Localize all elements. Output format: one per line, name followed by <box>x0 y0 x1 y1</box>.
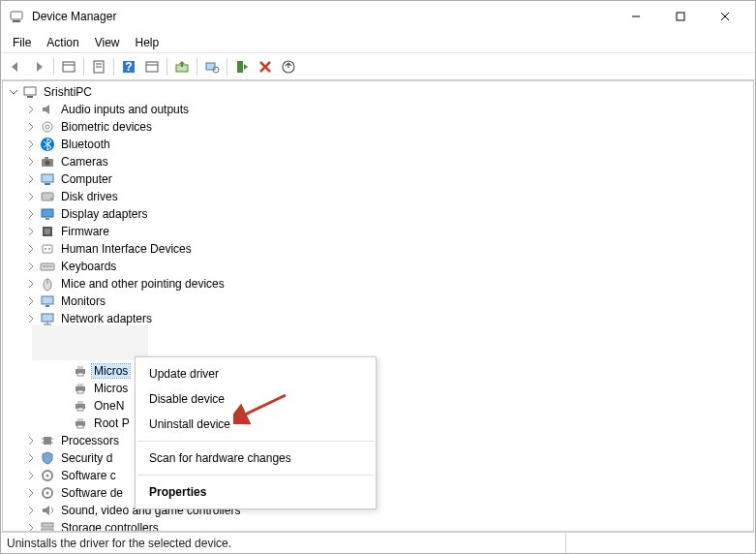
chevron-right-icon[interactable] <box>24 155 38 169</box>
tree-category[interactable]: Bluetooth <box>3 136 753 153</box>
tree-category[interactable]: Software c <box>3 467 753 484</box>
chevron-right-icon[interactable] <box>24 312 38 325</box>
app-icon <box>9 9 24 24</box>
chevron-right-icon[interactable] <box>24 277 38 291</box>
svg-rect-6 <box>63 62 75 72</box>
chevron-right-icon[interactable] <box>24 469 38 482</box>
tree-category[interactable]: Audio inputs and outputs <box>3 101 753 118</box>
back-button[interactable] <box>5 56 26 77</box>
display-icon <box>40 206 55 222</box>
chevron-right-icon[interactable] <box>24 225 38 238</box>
tree-device[interactable]: Micros <box>3 380 753 397</box>
svg-rect-45 <box>42 296 53 304</box>
forward-button[interactable] <box>28 56 49 77</box>
tree-item-label: Keyboards <box>59 260 118 273</box>
chevron-right-icon[interactable] <box>24 260 38 273</box>
tree-category[interactable]: Firmware <box>3 223 753 240</box>
chevron-right-icon[interactable] <box>24 294 38 308</box>
chevron-right-icon[interactable] <box>24 103 38 116</box>
tree-category[interactable]: Computer <box>3 170 753 188</box>
toolbar-separator <box>113 58 114 76</box>
chevron-right-icon[interactable] <box>24 120 38 134</box>
svg-rect-57 <box>77 401 83 404</box>
svg-rect-51 <box>77 366 83 369</box>
tree-category[interactable]: Storage controllers <box>3 519 753 532</box>
maximize-button[interactable] <box>658 1 703 32</box>
tree-category[interactable]: Display adapters <box>3 205 753 223</box>
security-icon <box>40 450 55 466</box>
tree-category[interactable]: Biometric devices <box>3 118 753 136</box>
tree-category[interactable]: Disk drives <box>3 188 753 205</box>
close-button[interactable] <box>703 1 747 32</box>
chevron-right-icon[interactable] <box>24 434 38 447</box>
hid-icon <box>40 241 55 257</box>
enable-device-button[interactable] <box>231 56 253 77</box>
uninstall-button[interactable] <box>255 56 276 77</box>
tree-device[interactable]: Root P <box>3 415 753 432</box>
chevron-right-icon[interactable] <box>24 504 38 517</box>
tree-item-label: Security d <box>59 451 114 465</box>
chevron-right-icon[interactable] <box>24 190 38 203</box>
tree-item-label: Network adapters <box>59 312 154 325</box>
tree-item-label: Cameras <box>59 155 110 169</box>
properties-button[interactable] <box>88 56 109 77</box>
svg-rect-13 <box>146 62 158 72</box>
svg-rect-47 <box>42 314 53 322</box>
status-text: Uninstalls the driver for the selected d… <box>7 537 565 550</box>
tree-item-label: Display adapters <box>59 207 149 221</box>
svg-point-40 <box>48 248 50 250</box>
ctx-scan-hardware[interactable]: Scan for hardware changes <box>136 446 376 471</box>
ctx-update-driver[interactable]: Update driver <box>136 361 376 386</box>
help-button[interactable]: ? <box>118 56 139 77</box>
menu-view[interactable]: View <box>87 34 128 51</box>
menu-action[interactable]: Action <box>39 34 86 51</box>
svg-text:?: ? <box>125 60 132 74</box>
scan-hardware-button[interactable] <box>201 56 223 77</box>
tree-category[interactable]: Keyboards <box>3 258 753 275</box>
tree-category[interactable]: Mice and other pointing devices <box>3 275 753 292</box>
tree-category[interactable]: Processors <box>3 432 753 449</box>
tree-device[interactable]: OneN <box>3 397 753 415</box>
svg-rect-31 <box>45 183 50 185</box>
chevron-right-icon[interactable] <box>24 486 38 500</box>
svg-rect-29 <box>45 157 48 159</box>
chevron-right-icon[interactable] <box>24 521 38 532</box>
tree-category[interactable]: Cameras <box>3 153 753 170</box>
tree-item-label: Firmware <box>59 225 111 238</box>
tree-category[interactable]: Sound, video and game controllers <box>3 502 753 519</box>
chevron-right-icon[interactable] <box>24 172 38 186</box>
svg-rect-30 <box>42 174 53 182</box>
tree-root[interactable]: SrishtiPC <box>3 83 753 101</box>
update-driver-button[interactable] <box>171 56 193 77</box>
ctx-separator <box>137 475 374 476</box>
tree-category[interactable]: Security d <box>3 449 753 467</box>
printer-icon <box>73 398 88 414</box>
svg-point-28 <box>45 161 50 166</box>
minimize-button[interactable] <box>614 1 658 32</box>
tree-item-label: Monitors <box>59 294 107 308</box>
tree-category[interactable]: Human Interface Devices <box>3 240 753 258</box>
toolbar: ? <box>1 53 755 80</box>
software-icon <box>40 485 55 501</box>
tree-category[interactable]: Monitors <box>3 292 753 310</box>
tree-category[interactable]: Software de <box>3 484 753 502</box>
tree-device[interactable]: Micros <box>3 362 753 380</box>
ctx-properties[interactable]: Properties <box>136 479 376 505</box>
chevron-down-icon[interactable] <box>7 85 20 99</box>
status-cell-2 <box>565 533 749 553</box>
chevron-right-icon[interactable] <box>24 207 38 221</box>
ctx-uninstall-device[interactable]: Uninstall device <box>136 412 376 437</box>
svg-rect-55 <box>77 390 83 393</box>
device-tree[interactable]: SrishtiPCAudio inputs and outputsBiometr… <box>2 80 754 532</box>
chevron-right-icon[interactable] <box>24 138 38 151</box>
toolbar-separator <box>166 58 167 76</box>
chevron-right-icon[interactable] <box>24 242 38 256</box>
chevron-right-icon[interactable] <box>24 451 38 465</box>
menu-help[interactable]: Help <box>128 34 167 51</box>
ctx-disable-device[interactable]: Disable device <box>136 386 376 412</box>
tree-item-label: Micros <box>92 364 130 378</box>
show-hidden-button[interactable] <box>58 56 79 77</box>
refresh-button[interactable] <box>141 56 163 77</box>
menu-file[interactable]: File <box>5 34 39 51</box>
add-driver-button[interactable] <box>278 56 299 77</box>
